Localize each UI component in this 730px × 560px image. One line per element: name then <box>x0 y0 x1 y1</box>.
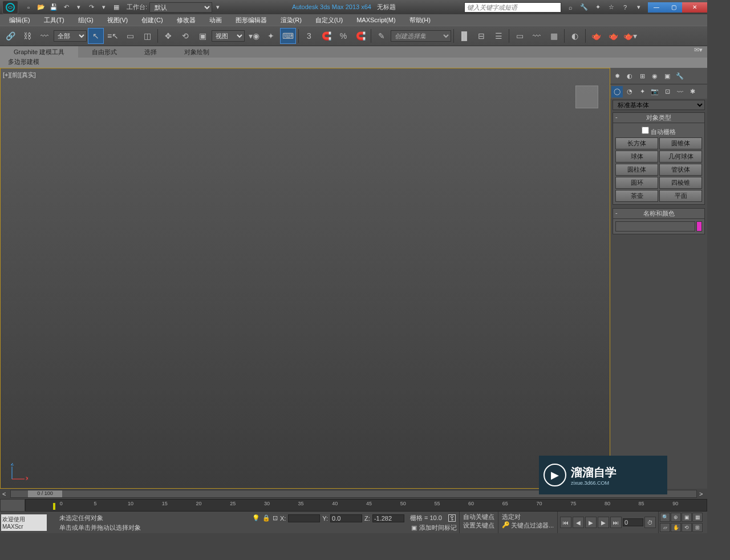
named-selection-set[interactable]: 创建选择集 <box>391 30 451 42</box>
workspace-selector[interactable]: 默认 <box>149 2 212 13</box>
display-panel-icon[interactable]: ▣ <box>662 70 673 82</box>
bind-spacewarp-icon[interactable]: 〰 <box>36 28 52 44</box>
select-object-icon[interactable]: ↖ <box>88 28 104 44</box>
time-slider-thumb[interactable]: 0 / 100 <box>28 490 62 497</box>
open-icon[interactable]: 📂 <box>35 2 47 13</box>
isolate-icon[interactable]: ⊡ <box>273 514 278 522</box>
render-production-icon[interactable]: 🫖▾ <box>622 28 638 44</box>
ribbon-collapse-icon[interactable]: ✉▾ <box>690 46 707 58</box>
minimize-button[interactable]: — <box>648 2 665 13</box>
systems-icon[interactable]: ✱ <box>687 86 698 98</box>
helpers-icon[interactable]: ⊡ <box>662 86 673 98</box>
maximize-button[interactable]: ▢ <box>665 2 682 13</box>
select-manipulate-icon[interactable]: ✦ <box>263 28 279 44</box>
rollout-object-type[interactable]: -对象类型 <box>613 112 705 123</box>
hierarchy-panel-icon[interactable]: ⊞ <box>636 70 648 82</box>
help-icon[interactable]: ? <box>619 2 631 13</box>
viewport-label[interactable]: [+][前][真实] <box>3 71 36 79</box>
btn-cylinder[interactable]: 圆柱体 <box>615 164 658 176</box>
geometry-category[interactable]: 标准基本体 <box>613 100 705 110</box>
maxscript-listener[interactable]: 欢迎使用 MAXScr <box>1 514 47 531</box>
comm-toggle-icon[interactable]: ▣ <box>411 524 417 531</box>
material-editor-icon[interactable]: ◐ <box>567 28 583 44</box>
object-name-input[interactable] <box>615 221 695 232</box>
move-icon[interactable]: ✥ <box>160 28 176 44</box>
prev-frame-icon[interactable]: ◀ <box>573 517 584 528</box>
time-tag-key-icon[interactable]: ⚿ <box>448 513 457 524</box>
btn-box[interactable]: 长方体 <box>615 137 658 149</box>
auto-key-button[interactable]: 自动关键点 <box>463 513 494 521</box>
menu-help[interactable]: 帮助(H) <box>403 15 437 26</box>
ribbon-tab-objectpaint[interactable]: 对象绘制 <box>171 46 223 58</box>
help-drop-icon[interactable]: ▾ <box>633 2 644 13</box>
render-frame-icon[interactable]: 🫖 <box>605 28 621 44</box>
rotate-icon[interactable]: ⟲ <box>177 28 193 44</box>
zoom-icon[interactable]: 🔍 <box>660 513 670 522</box>
btn-geosphere[interactable]: 几何球体 <box>659 151 702 163</box>
btn-pyramid[interactable]: 四棱锥 <box>659 177 702 189</box>
comm-center-icon[interactable]: 🔧 <box>578 2 590 13</box>
current-frame-input[interactable] <box>623 518 643 526</box>
menu-customize[interactable]: 自定义(U) <box>309 15 350 26</box>
menu-tools[interactable]: 工具(T) <box>37 15 71 26</box>
undo-drop-icon[interactable]: ▾ <box>73 2 84 13</box>
menu-edit[interactable]: 编辑(E) <box>2 15 37 26</box>
btn-teapot[interactable]: 茶壶 <box>615 190 658 202</box>
track-bar[interactable]: 0 5 10 15 20 25 30 35 40 45 50 55 60 65 … <box>0 499 707 512</box>
project-icon[interactable]: ▦ <box>111 2 122 13</box>
trackbar-toggle-icon[interactable] <box>0 499 25 512</box>
ribbon-panel-polymodel[interactable]: 多边形建模 <box>3 58 44 68</box>
menu-animation[interactable]: 动画 <box>202 15 229 26</box>
btn-plane[interactable]: 平面 <box>659 190 702 202</box>
scale-icon[interactable]: ▣ <box>194 28 210 44</box>
select-region-rect-icon[interactable]: ▭ <box>122 28 138 44</box>
curve-editor-icon[interactable]: 〰 <box>529 28 545 44</box>
utilities-panel-icon[interactable]: 🔧 <box>674 70 686 82</box>
spacewarps-icon[interactable]: 〰 <box>674 86 686 98</box>
ribbon-tab-graphite[interactable]: Graphite 建模工具 <box>0 46 78 58</box>
add-time-tag[interactable]: 添加时间标记 <box>419 524 457 532</box>
trackbar-key-marker[interactable] <box>53 503 55 510</box>
key-filters-button[interactable]: 关键点过滤器... <box>511 521 554 530</box>
motion-panel-icon[interactable]: ◉ <box>649 70 660 82</box>
menu-maxscript[interactable]: MAXScript(M) <box>350 15 402 25</box>
pivot-center-icon[interactable]: ▾◉ <box>246 28 262 44</box>
btn-torus[interactable]: 圆环 <box>615 177 658 189</box>
ribbon-tab-freeform[interactable]: 自由形式 <box>78 46 131 58</box>
geometry-icon[interactable]: ◯ <box>611 86 623 98</box>
link-icon[interactable]: 🔗 <box>2 28 18 44</box>
set-key-button[interactable]: 设置关键点 <box>463 521 494 530</box>
viewcube-icon[interactable] <box>575 86 598 108</box>
goto-start-icon[interactable]: ⏮ <box>560 517 571 528</box>
render-setup-icon[interactable]: 🫖 <box>588 28 604 44</box>
unlink-icon[interactable]: ⛓ <box>19 28 35 44</box>
fov-icon[interactable]: ▱ <box>660 523 670 532</box>
time-config-icon[interactable]: ⏱ <box>644 517 656 528</box>
menu-views[interactable]: 视图(V) <box>100 15 135 26</box>
redo-icon[interactable]: ↷ <box>86 2 97 13</box>
zoom-extents-all-icon[interactable]: ▦ <box>692 513 703 522</box>
shapes-icon[interactable]: ◔ <box>624 86 635 98</box>
rollout-name-color[interactable]: -名称和颜色 <box>613 208 705 219</box>
subscription-icon[interactable]: ✦ <box>592 2 603 13</box>
maximize-viewport-icon[interactable]: ⊞ <box>692 523 703 532</box>
menu-grapheditors[interactable]: 图形编辑器 <box>229 15 274 26</box>
zoom-extents-icon[interactable]: ▣ <box>682 513 692 522</box>
spinner-snap-icon[interactable]: 🧲 <box>352 28 368 44</box>
pan-icon[interactable]: ✋ <box>671 523 681 532</box>
mirror-icon[interactable]: ▐▌ <box>456 28 472 44</box>
z-coord-input[interactable] <box>372 514 404 522</box>
lights-icon[interactable]: ✦ <box>636 86 648 98</box>
menu-rendering[interactable]: 渲染(R) <box>274 15 309 26</box>
ribbon-tab-selection[interactable]: 选择 <box>131 46 171 58</box>
btn-cone[interactable]: 圆锥体 <box>659 137 702 149</box>
btn-sphere[interactable]: 球体 <box>615 151 658 163</box>
ref-coord-system[interactable]: 视图 <box>212 30 245 42</box>
select-window-crossing-icon[interactable]: ◫ <box>139 28 155 44</box>
goto-end-icon[interactable]: ⏭ <box>610 517 622 528</box>
angle-snap-icon[interactable]: 🧲 <box>318 28 334 44</box>
viewport-front[interactable]: [+][前][真实] zx <box>0 68 610 489</box>
menu-group[interactable]: 组(G) <box>71 15 100 26</box>
x-coord-input[interactable] <box>288 514 320 522</box>
search-input[interactable] <box>464 2 561 13</box>
